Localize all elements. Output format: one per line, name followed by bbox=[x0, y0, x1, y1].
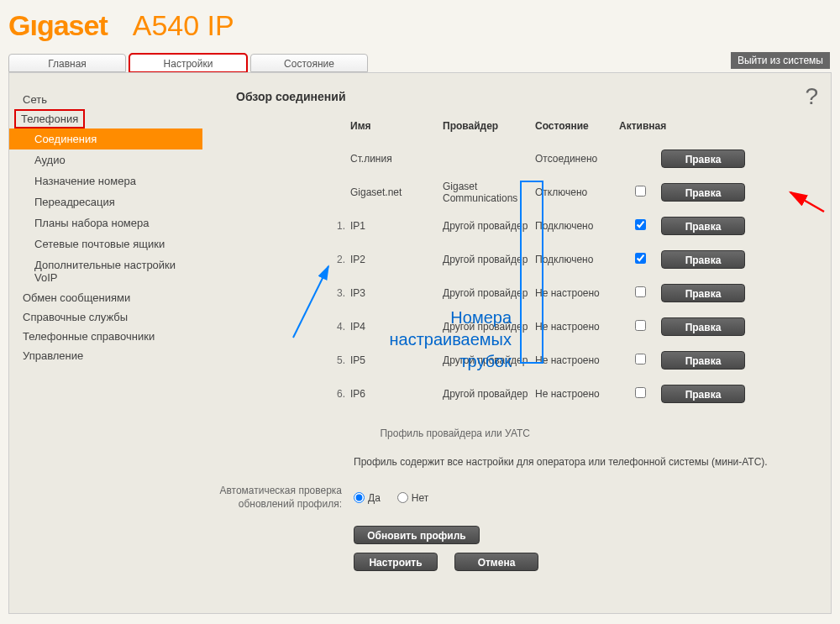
table-row-ip6: 6. IP6 Другой провайдер Не настроено Пра… bbox=[328, 377, 814, 411]
sidebar-item-forwarding[interactable]: Переадресация bbox=[9, 191, 202, 212]
table-row-gigaset: Gigaset.net Gigaset Communications Отклю… bbox=[328, 176, 814, 209]
edit-button[interactable]: Правка bbox=[661, 250, 745, 269]
sidebar-item-dial-plans[interactable]: Планы набора номера bbox=[9, 212, 202, 233]
top-tabs: Главная Настройки Состояние Выйти из сис… bbox=[0, 50, 840, 72]
col-status: Состояние bbox=[535, 120, 619, 132]
active-checkbox[interactable] bbox=[635, 286, 646, 297]
profile-description: Профиль содержит все настройки для опера… bbox=[354, 456, 790, 468]
sidebar-group-phone-dirs[interactable]: Телефонные справочники bbox=[9, 327, 202, 346]
edit-button[interactable]: Правка bbox=[661, 351, 745, 370]
svg-line-0 bbox=[293, 266, 328, 338]
sidebar-item-audio[interactable]: Аудио bbox=[9, 149, 202, 170]
auto-update-label: Автоматическая проверка обновлений профи… bbox=[202, 485, 354, 511]
row-number: 2. bbox=[328, 254, 350, 265]
row-number: 5. bbox=[328, 354, 350, 366]
edit-button[interactable]: Правка bbox=[661, 317, 745, 336]
row-number: 6. bbox=[328, 388, 350, 400]
cell-name: IP2 bbox=[350, 254, 443, 265]
sidebar-group-telephony[interactable]: Телефония bbox=[16, 111, 83, 127]
radio-no[interactable]: Нет bbox=[397, 492, 428, 504]
main-panel: Сеть Телефония Соединения Аудио Назначен… bbox=[8, 72, 832, 614]
table-row-fixed: Ст.линия Отсоединено Правка bbox=[328, 142, 814, 176]
cell-name: IP1 bbox=[350, 220, 443, 232]
cancel-button[interactable]: Отмена bbox=[454, 553, 538, 571]
active-checkbox[interactable] bbox=[635, 253, 646, 264]
sidebar-group-management[interactable]: Управление bbox=[9, 346, 202, 365]
cell-status: Не настроено bbox=[535, 287, 619, 299]
col-provider: Провайдер bbox=[443, 120, 535, 132]
active-checkbox[interactable] bbox=[635, 320, 646, 331]
cell-name: Gigaset.net bbox=[350, 186, 443, 198]
cell-name: IP6 bbox=[350, 388, 443, 400]
form-row-auto-update: Автоматическая проверка обновлений профи… bbox=[202, 485, 814, 511]
table-row-ip2: 2. IP2 Другой провайдер Подключено Правк… bbox=[328, 243, 814, 276]
content-area: ? Обзор соединений Имя Провайдер Состоян… bbox=[202, 73, 831, 613]
sidebar-group-messaging[interactable]: Обмен сообщениями bbox=[9, 288, 202, 307]
col-name: Имя bbox=[350, 120, 443, 132]
edit-button[interactable]: Правка bbox=[661, 149, 745, 168]
cell-status: Не настроено bbox=[535, 321, 619, 333]
row-number: 3. bbox=[328, 287, 350, 299]
cell-name: Ст.линия bbox=[350, 153, 443, 165]
cell-status: Подключено bbox=[535, 220, 619, 232]
radio-no-label: Нет bbox=[412, 492, 428, 504]
radio-yes[interactable]: Да bbox=[354, 492, 381, 504]
cell-status: Подключено bbox=[535, 254, 619, 265]
active-checkbox[interactable] bbox=[635, 186, 646, 197]
brand-logo: Gıgaset bbox=[8, 9, 108, 42]
configure-button[interactable]: Настроить bbox=[354, 553, 438, 571]
sidebar-item-voip-advanced[interactable]: Дополнительные настройки VoIP bbox=[9, 254, 202, 288]
sidebar-item-connections[interactable]: Соединения bbox=[9, 128, 202, 149]
cell-provider: Другой провайдер bbox=[443, 287, 535, 299]
section-provider-profile: Профиль провайдера или УАТС bbox=[202, 427, 530, 439]
cell-provider: Другой провайдер bbox=[443, 254, 535, 265]
cell-name: IP3 bbox=[350, 287, 443, 299]
sidebar-item-number-assign[interactable]: Назначение номера bbox=[9, 170, 202, 191]
table-row-ip3: 3. IP3 Другой провайдер Не настроено Пра… bbox=[328, 276, 814, 310]
tab-main[interactable]: Главная bbox=[8, 54, 126, 72]
sidebar-group-info-services[interactable]: Справочные службы bbox=[9, 307, 202, 327]
row-number: 4. bbox=[328, 321, 350, 333]
edit-button[interactable]: Правка bbox=[661, 284, 745, 302]
cell-status: Отключено bbox=[535, 186, 619, 198]
cell-provider: Gigaset Communications bbox=[443, 181, 535, 204]
header: Gıgaset A540 IP bbox=[0, 0, 840, 50]
active-checkbox[interactable] bbox=[635, 219, 646, 230]
table-head: Имя Провайдер Состояние Активная bbox=[328, 120, 814, 142]
update-profile-button[interactable]: Обновить профиль bbox=[354, 526, 480, 544]
cell-status: Отсоединено bbox=[535, 153, 619, 165]
tab-status[interactable]: Состояние bbox=[250, 54, 368, 72]
col-active: Активная bbox=[619, 120, 661, 132]
cell-status: Не настроено bbox=[535, 354, 619, 366]
tab-settings[interactable]: Настройки bbox=[129, 54, 247, 72]
radio-yes-label: Да bbox=[368, 492, 381, 504]
cell-provider: Другой провайдер bbox=[443, 220, 535, 232]
edit-button[interactable]: Правка bbox=[661, 217, 745, 235]
edit-button[interactable]: Правка bbox=[661, 183, 745, 202]
annotation-text: Номера настраиваемых трубок bbox=[360, 307, 512, 372]
help-icon[interactable]: ? bbox=[805, 83, 818, 110]
edit-button[interactable]: Правка bbox=[661, 385, 745, 403]
page-title: Обзор соединений bbox=[236, 90, 814, 103]
row-number: 1. bbox=[328, 220, 350, 232]
sidebar-item-net-mailboxes[interactable]: Сетевые почтовые ящики bbox=[9, 233, 202, 254]
sidebar: Сеть Телефония Соединения Аудио Назначен… bbox=[9, 73, 202, 613]
cell-provider: Другой провайдер bbox=[443, 388, 535, 400]
cell-status: Не настроено bbox=[535, 388, 619, 400]
bottom-buttons: Настроить Отмена bbox=[354, 553, 814, 571]
active-checkbox[interactable] bbox=[635, 354, 646, 364]
active-checkbox[interactable] bbox=[635, 387, 646, 398]
sidebar-group-network[interactable]: Сеть bbox=[9, 90, 202, 109]
logout-link[interactable]: Выйти из системы bbox=[731, 52, 830, 69]
model-name: A540 IP bbox=[133, 9, 234, 42]
table-row-ip1: 1. IP1 Другой провайдер Подключено Правк… bbox=[328, 209, 814, 243]
